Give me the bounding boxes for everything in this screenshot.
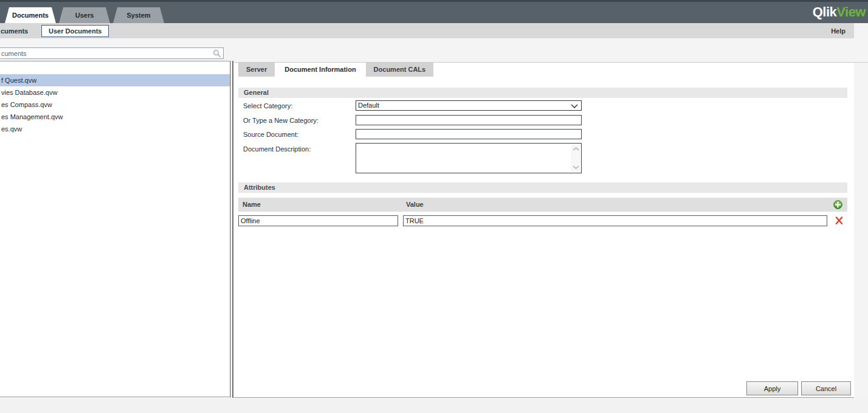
chevron-down-icon — [571, 104, 578, 108]
select-category-dropdown[interactable]: Default — [356, 100, 582, 111]
list-item[interactable]: f Quest.qvw — [0, 74, 230, 86]
search-input-value: cuments — [1, 50, 27, 57]
document-list-panel: f Quest.qvw vies Database.qvw es Compass… — [0, 61, 230, 397]
list-item[interactable]: es Management.qvw — [0, 111, 230, 123]
document-search-input[interactable]: cuments — [0, 47, 224, 59]
subtab-user-documents[interactable]: User Documents — [41, 25, 109, 37]
search-icon[interactable] — [213, 49, 221, 58]
scroll-down-icon[interactable] — [573, 165, 579, 169]
tab-users[interactable]: Users — [59, 7, 110, 23]
apply-button[interactable]: Apply — [746, 381, 798, 395]
new-category-label: Or Type a New Category: — [243, 117, 319, 124]
detail-tab-strip: Server Document Information Document CAL… — [238, 63, 433, 77]
delete-attribute-icon[interactable] — [835, 217, 843, 224]
document-list: f Quest.qvw vies Database.qvw es Compass… — [0, 74, 230, 135]
footer-strip — [0, 398, 868, 413]
attributes-section-header: Attributes — [238, 182, 847, 193]
logo-view: View — [836, 4, 866, 19]
list-item[interactable]: vies Database.qvw — [0, 86, 230, 99]
select-category-label: Select Category: — [243, 102, 292, 109]
tab-document-cals[interactable]: Document CALs — [366, 63, 434, 77]
general-section-header: General — [238, 88, 847, 98]
list-item[interactable]: es.qvw — [0, 123, 230, 135]
tab-server[interactable]: Server — [238, 63, 275, 77]
document-detail-panel: Server Document Information Document CAL… — [234, 62, 854, 398]
attributes-value-column-header: Value — [406, 201, 424, 208]
add-attribute-icon[interactable] — [833, 200, 842, 209]
tab-system[interactable]: System — [113, 7, 164, 23]
attribute-name-input[interactable] — [238, 215, 398, 226]
select-category-value: Default — [358, 102, 379, 109]
document-description-textarea[interactable] — [356, 143, 582, 173]
attributes-table-header: Name Value — [238, 198, 847, 212]
hairline — [854, 62, 868, 63]
list-item[interactable]: es Compass.qvw — [0, 99, 230, 111]
tab-document-information[interactable]: Document Information — [277, 63, 363, 77]
attributes-name-column-header: Name — [243, 201, 261, 208]
tab-documents[interactable]: Documents — [5, 7, 56, 23]
attribute-value-input[interactable] — [403, 215, 827, 226]
main-tab-strip: Documents Users System — [5, 7, 164, 23]
top-navigation-bar: Documents Users System QlikView — [0, 0, 868, 23]
source-document-label: Source Document: — [243, 131, 298, 138]
document-description-label: Document Description: — [243, 145, 311, 153]
scroll-up-icon[interactable] — [573, 147, 579, 151]
new-category-input[interactable] — [356, 115, 582, 125]
topbar-shade — [0, 0, 868, 2]
sub-navigation-bar: cuments User Documents Help — [0, 23, 854, 38]
logo-qlik: Qlik — [813, 4, 837, 19]
subtab-source-documents-cut[interactable]: cuments — [1, 27, 28, 35]
source-document-input[interactable] — [356, 129, 582, 139]
qlikview-logo: QlikView — [813, 4, 866, 20]
cancel-button[interactable]: Cancel — [801, 381, 851, 395]
help-link[interactable]: Help — [831, 27, 846, 35]
